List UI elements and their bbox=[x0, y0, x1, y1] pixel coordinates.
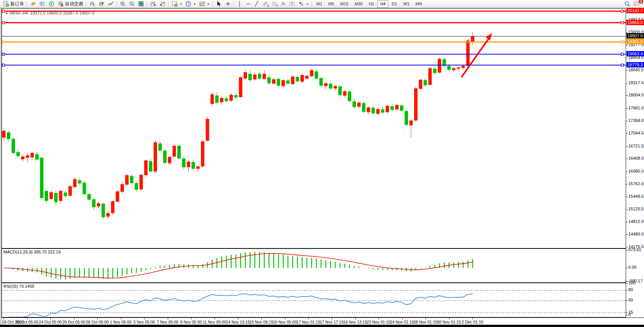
chart-title: ▼HK50-,H4 19372.0 19600.0 19287.0 19507.… bbox=[5, 11, 95, 15]
price-axis-label: 18004.0 bbox=[628, 93, 644, 97]
price-axis-tick bbox=[626, 315, 628, 315]
time-axis-label: 22 Nov 01:15 bbox=[367, 320, 390, 324]
time-axis-tick bbox=[215, 318, 215, 319]
arrows-icon bbox=[298, 1, 304, 7]
caret-down-icon: ▼ bbox=[180, 3, 182, 5]
main-chart-panel[interactable]: ▼HK50-,H4 19372.0 19600.0 19287.0 19507.… bbox=[2, 8, 626, 248]
bar-chart-button[interactable] bbox=[88, 0, 97, 7]
tile-windows-button[interactable] bbox=[137, 0, 146, 7]
auto-trading-icon bbox=[58, 1, 64, 7]
text-label-button[interactable]: T bbox=[287, 0, 297, 7]
gold-bar-button[interactable] bbox=[29, 0, 38, 7]
text-icon: A bbox=[281, 1, 286, 7]
arrows-dropdown[interactable]: ▼ bbox=[297, 0, 310, 7]
price-axis-label: 18317.5 bbox=[628, 80, 644, 85]
mt4-window: 新订单 自动交易 bbox=[0, 0, 644, 327]
template-dropdown[interactable]: ▼ bbox=[198, 0, 211, 7]
macd-canvas[interactable] bbox=[2, 249, 626, 282]
zoom-in-button[interactable] bbox=[118, 0, 127, 7]
horizontal-line-objects[interactable] bbox=[2, 10, 626, 66]
price-axis-tick bbox=[626, 70, 628, 71]
timeframe-button-m1[interactable]: M1 bbox=[314, 0, 325, 8]
profile-back-button[interactable] bbox=[158, 0, 167, 7]
toolbar-separator bbox=[212, 1, 213, 7]
time-axis-label: 17 Nov 17:15 bbox=[320, 320, 344, 324]
horizontal-line-button[interactable]: ─ bbox=[244, 0, 252, 7]
macd-panel[interactable]: MACD(12,26,9) 395.70 222.19 bbox=[2, 248, 626, 283]
toolbar-separator bbox=[27, 1, 27, 7]
price-axis-label: 15448.5 bbox=[628, 194, 644, 199]
fibonacci-icon: F bbox=[271, 1, 278, 7]
timeframe-button-m15[interactable]: M15 bbox=[337, 0, 351, 8]
toolbar-separator bbox=[147, 1, 148, 7]
price-axis-tick bbox=[626, 121, 628, 121]
price-axis-tick bbox=[626, 32, 628, 33]
price-axis-label: 16408.0 bbox=[628, 156, 644, 160]
signal-button[interactable] bbox=[47, 0, 56, 7]
cursor-icon bbox=[216, 1, 222, 7]
arrow-annotation[interactable] bbox=[461, 33, 492, 77]
new-order-button[interactable]: 新订单 bbox=[2, 0, 26, 7]
window-bottom-edge bbox=[0, 325, 644, 327]
price-axis-label: 18640.5 bbox=[628, 67, 644, 72]
price-axis-label: 14812.0 bbox=[628, 219, 644, 224]
timeframe-button-w1[interactable]: W1 bbox=[400, 0, 412, 8]
timeframe-button-mn[interactable]: MN bbox=[413, 0, 425, 8]
line-chart-button[interactable] bbox=[106, 0, 115, 7]
candlestick-chart-canvas[interactable] bbox=[2, 9, 626, 248]
crosshair-button[interactable] bbox=[223, 0, 233, 7]
time-axis-label: 3 Nov 05:00 bbox=[133, 320, 155, 324]
hline-price-label: 19053.4 bbox=[626, 51, 644, 56]
vertical-line-button[interactable]: │ bbox=[236, 0, 244, 7]
price-axis-label: 16721.5 bbox=[628, 144, 644, 148]
timeframe-button-h1[interactable]: H1 bbox=[366, 0, 377, 8]
hline-price-label: 19361.8 bbox=[626, 39, 644, 44]
chart-menu-triangle-icon[interactable]: ▼ bbox=[5, 12, 8, 15]
rsi-canvas[interactable] bbox=[2, 283, 626, 317]
timeframe-button-d1[interactable]: D1 bbox=[389, 0, 400, 8]
fibonacci-button[interactable]: F bbox=[270, 0, 279, 7]
search-icon[interactable] bbox=[624, 1, 630, 7]
candlestick-series bbox=[2, 33, 475, 219]
new-indicator-icon bbox=[172, 1, 178, 7]
template-icon bbox=[199, 1, 205, 7]
timeframe-button-m5[interactable]: M5 bbox=[326, 0, 337, 8]
bar-chart-icon bbox=[89, 1, 95, 7]
time-axis-label: 15 Nov 09:15 bbox=[249, 320, 273, 324]
text-button[interactable]: A bbox=[279, 0, 287, 7]
price-axis-tick bbox=[626, 58, 628, 58]
caret-down-icon: ▼ bbox=[207, 3, 210, 5]
time-axis-label: 7 Nov 05:00 bbox=[157, 320, 178, 324]
timeframe-button-h4[interactable]: H4 bbox=[377, 0, 388, 8]
new-order-label: 新订单 bbox=[10, 1, 24, 7]
text-label-icon: T bbox=[289, 1, 295, 7]
candlestick-chart-button[interactable] bbox=[97, 0, 106, 7]
time-axis-tick bbox=[308, 318, 309, 319]
time-axis-label: 18 Nov 13:15 bbox=[343, 320, 367, 324]
auto-trading-button[interactable]: 自动交易 bbox=[56, 0, 85, 7]
zoom-out-button[interactable] bbox=[127, 0, 137, 7]
price-axis[interactable]: 19913.519600.019277.018954.018640.518317… bbox=[626, 8, 644, 317]
rsi-panel[interactable]: RSI(15) 73.1459 bbox=[2, 283, 626, 317]
timeframe-button-m30[interactable]: M30 bbox=[352, 0, 365, 8]
price-axis-tick bbox=[626, 159, 628, 159]
price-axis-tick bbox=[626, 281, 628, 282]
time-axis-tick bbox=[191, 318, 191, 319]
cursor-button[interactable] bbox=[214, 0, 223, 7]
profile-forward-button[interactable] bbox=[149, 0, 158, 7]
equidistant-channel-button[interactable]: E bbox=[261, 0, 270, 7]
macd-signal-line bbox=[4, 253, 473, 278]
toolbar-separator bbox=[86, 1, 87, 7]
chat-button[interactable]: 1 bbox=[633, 1, 641, 7]
price-axis-label: 80 bbox=[628, 287, 633, 292]
period-clock-dropdown[interactable]: ▼ bbox=[184, 0, 198, 7]
trendline-button[interactable]: ╱ bbox=[252, 0, 261, 7]
price-axis-tick bbox=[626, 268, 628, 268]
time-axis-label: 28 Nov 01:15 bbox=[414, 320, 437, 324]
price-axis-tick bbox=[626, 247, 628, 247]
new-indicator-dropdown[interactable]: ▼ bbox=[170, 0, 184, 7]
market-watch-button[interactable] bbox=[38, 0, 47, 7]
price-axis-tick bbox=[626, 300, 628, 301]
signal-icon bbox=[48, 1, 55, 7]
time-axis[interactable]: 18 Oct 202220 Oct 05:0024 Oct 05:0026 Oc… bbox=[2, 317, 644, 325]
